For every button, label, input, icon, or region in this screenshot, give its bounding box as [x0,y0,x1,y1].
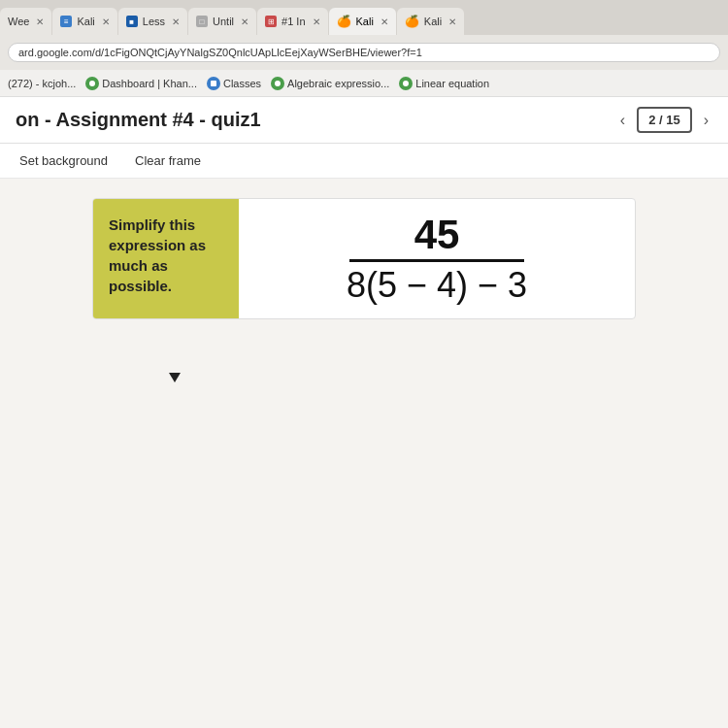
mouse-cursor [169,373,181,382]
tab-kali3[interactable]: 🍊 Kali ✕ [397,8,464,35]
question-prompt: Simplify this expression as much as poss… [93,199,239,318]
bookmark-algebraic-icon [271,77,284,90]
tab-kali2-label: Kali [356,16,374,27]
page-counter: 2 / 15 [637,107,692,133]
url-bar[interactable]: ard.google.com/d/1cFigONQtCjAyYNalgSZ0Qn… [8,43,720,62]
bookmark-linear[interactable]: Linear equation [399,77,489,90]
omnibar: ard.google.com/d/1cFigONQtCjAyYNalgSZ0Qn… [0,35,728,70]
quiz-area: Simplify this expression as much as poss… [0,179,728,728]
bookmark-dashboard-icon [85,77,99,90]
bookmarks-bar: (272) - kcjoh... Dashboard | Khan... Cla… [0,70,728,97]
tab-until-label: Until [213,16,234,27]
page-content: on - Assignment #4 - quiz1 ‹ 2 / 15 › Se… [0,97,728,728]
tab-kali3-label: Kali [424,16,442,27]
bookmark-num[interactable]: (272) - kcjoh... [8,78,76,89]
bookmark-linear-label: Linear equation [415,78,489,89]
tab-hash1-label: #1 In [281,16,305,27]
svg-rect-1 [211,81,216,86]
bookmark-num-label: (272) - kcjoh... [8,78,76,89]
nav-prev-arrow[interactable]: ‹ [616,108,629,133]
tab-until[interactable]: □ Until ✕ [188,8,256,35]
tab-less-icon: ■ [126,16,138,27]
tab-kali2-close[interactable]: ✕ [381,17,388,27]
tab-hash1-close[interactable]: ✕ [313,17,320,27]
bookmark-algebraic-label: Algebraic expressio... [287,78,389,89]
tab-kali3-close[interactable]: ✕ [448,17,456,27]
tab-hash1[interactable]: ⊞ #1 In ✕ [257,8,327,35]
bookmark-dashboard-label: Dashboard | Khan... [102,78,197,89]
bookmark-classes-label: Classes [223,78,261,89]
bookmark-classes[interactable]: Classes [207,77,261,90]
svg-point-0 [89,81,95,86]
page-nav: ‹ 2 / 15 › [616,107,712,133]
tab-less-label: Less [143,16,165,27]
tab-kali2-icon: 🍊 [337,15,351,28]
assignment-header: on - Assignment #4 - quiz1 ‹ 2 / 15 › [0,97,728,144]
tab-bar: Wee ✕ ≡ Kali ✕ ■ Less ✕ □ Until ✕ ⊞ #1 I… [0,0,728,35]
tab-wee-label: Wee [8,16,29,27]
question-math: 45 8(5 − 4) − 3 [239,199,635,318]
tab-until-icon: □ [196,16,208,27]
bookmark-algebraic[interactable]: Algebraic expressio... [271,77,389,90]
tab-wee[interactable]: Wee ✕ [0,8,51,35]
question-card: Simplify this expression as much as poss… [92,198,636,319]
nav-next-arrow[interactable]: › [700,108,712,133]
assignment-title: on - Assignment #4 - quiz1 [16,109,261,131]
tab-kali3-icon: 🍊 [405,15,419,28]
bookmark-dashboard[interactable]: Dashboard | Khan... [85,77,197,90]
denominator: 8(5 − 4) − 3 [347,262,527,303]
tab-wee-close[interactable]: ✕ [36,17,44,27]
tab-less-close[interactable]: ✕ [172,17,180,27]
tab-hash1-icon: ⊞ [265,16,277,27]
question-prompt-text: Simplify this expression as much as poss… [109,215,223,296]
fraction: 45 8(5 − 4) − 3 [347,215,527,303]
browser-window: Wee ✕ ≡ Kali ✕ ■ Less ✕ □ Until ✕ ⊞ #1 I… [0,0,728,728]
tab-kali1[interactable]: ≡ Kali ✕ [52,8,116,35]
svg-point-3 [403,81,409,86]
tab-kali2[interactable]: 🍊 Kali ✕ [329,8,396,35]
tab-until-close[interactable]: ✕ [241,17,248,27]
tab-less[interactable]: ■ Less ✕ [118,8,187,35]
toolbar: Set background Clear frame [0,144,728,179]
set-background-button[interactable]: Set background [16,151,112,170]
bottom-area [16,319,712,709]
bookmark-classes-icon [207,77,220,90]
tab-kali1-close[interactable]: ✕ [102,17,110,27]
clear-frame-button[interactable]: Clear frame [131,151,205,170]
tab-kali1-label: Kali [77,16,94,27]
svg-point-2 [275,81,281,86]
numerator: 45 [414,215,460,259]
tab-kali1-icon: ≡ [60,16,72,27]
bookmark-linear-icon [399,77,413,90]
